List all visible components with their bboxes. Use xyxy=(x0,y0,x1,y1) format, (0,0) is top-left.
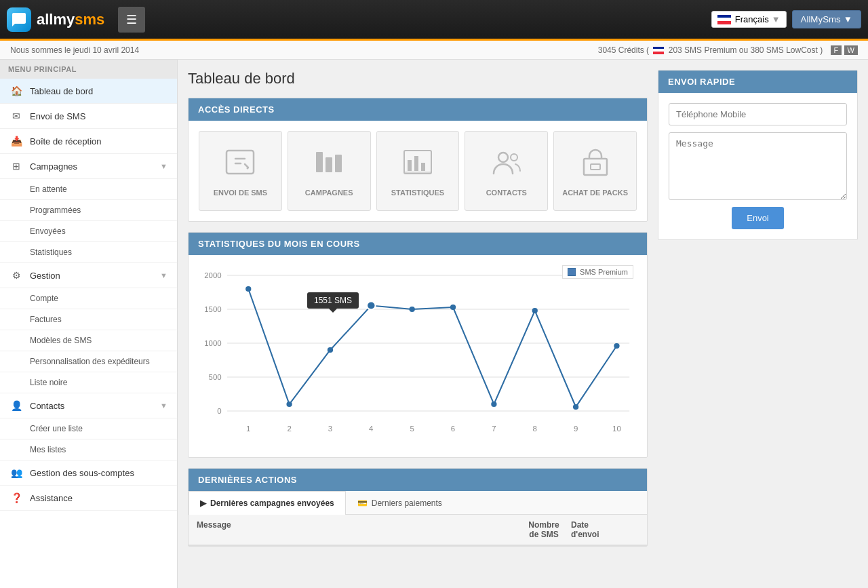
tab-paiements-icon: 💳 xyxy=(357,498,368,508)
acces-directs-panel: ACCÈS DIRECTS xyxy=(188,98,648,222)
svg-text:4: 4 xyxy=(369,425,373,433)
svg-point-10 xyxy=(498,153,508,162)
phone-input[interactable] xyxy=(669,103,847,125)
sidebar-item-sous-comptes[interactable]: 👥 Gestion des sous-comptes xyxy=(0,460,177,486)
quick-access-grid: ENVOI DE SMS CAMPAGNES xyxy=(199,131,637,211)
sidebar-item-tableau-de-bord[interactable]: 🏠 Tableau de bord xyxy=(0,79,177,104)
sidebar-item-liste-noire[interactable]: Liste noire xyxy=(0,372,177,393)
france-flag xyxy=(717,15,731,24)
logo: allmysms xyxy=(7,7,104,32)
svg-text:3: 3 xyxy=(328,425,332,433)
tab-derniers-paiements[interactable]: 💳 Derniers paiements xyxy=(346,491,454,515)
chart-dot-8 xyxy=(532,308,538,313)
lang-chevron-icon: ▼ xyxy=(772,14,781,24)
sidebar-section-header: MENU PRINCIPAL xyxy=(0,60,177,79)
message-input[interactable] xyxy=(669,132,847,200)
acces-directs-body: ENVOI DE SMS CAMPAGNES xyxy=(189,121,647,221)
send-button[interactable]: Envoi xyxy=(732,207,784,229)
envoi-rapide-header: ENVOI RAPIDE xyxy=(658,71,857,93)
sidebar-item-assistance[interactable]: ❓ Assistance xyxy=(0,486,177,511)
sidebar-item-modeles[interactable]: Modèles de SMS xyxy=(0,330,177,351)
svg-text:10: 10 xyxy=(612,425,621,433)
qa-campagnes-label: CAMPAGNES xyxy=(295,189,363,197)
sidebar-item-gestion[interactable]: ⚙ Gestion ▼ xyxy=(0,263,177,288)
chart-dot-3 xyxy=(328,347,333,353)
credits-text: 3045 Crédits ( xyxy=(598,45,652,55)
logo-sms: sms xyxy=(75,11,104,28)
envoi-rapide-panel: ENVOI RAPIDE Envoi xyxy=(658,70,858,240)
sidebar-label-contacts: Contacts xyxy=(30,401,160,411)
svg-text:500: 500 xyxy=(209,373,222,381)
col-message: Message xyxy=(197,520,517,539)
qa-statistiques[interactable]: STATISTIQUES xyxy=(376,131,460,211)
users-icon: 👥 xyxy=(9,467,23,478)
campagnes-arrow-icon: ▼ xyxy=(160,162,167,170)
svg-text:1500: 1500 xyxy=(204,305,221,313)
svg-point-1 xyxy=(247,168,249,170)
sidebar-item-mes-listes[interactable]: Mes listes xyxy=(0,439,177,460)
chart-dot-10 xyxy=(614,343,619,349)
sidebar-label-assistance: Assistance xyxy=(30,493,167,503)
right-panel: ENVOI RAPIDE Envoi xyxy=(658,70,858,578)
sidebar-item-en-attente[interactable]: En attente xyxy=(0,179,177,200)
account-button[interactable]: AllMySms ▼ xyxy=(792,10,861,28)
svg-rect-8 xyxy=(414,156,418,171)
qa-achat-packs[interactable]: ACHAT DE PACKS xyxy=(553,131,637,211)
tab-campagnes-envoyees[interactable]: ▶ Dernières campagnes envoyées xyxy=(189,491,346,515)
svg-text:2000: 2000 xyxy=(204,271,221,279)
sidebar-item-envoi-sms[interactable]: ✉ Envoi de SMS xyxy=(0,104,177,129)
svg-rect-0 xyxy=(226,151,254,174)
table-header: Message Nombrede SMS Dated'envoi xyxy=(189,515,647,546)
qa-envoi-sms-label: ENVOI DE SMS xyxy=(206,189,275,197)
sidebar-item-personnalisation[interactable]: Personnalisation des expéditeurs xyxy=(0,351,177,372)
home-icon: 🏠 xyxy=(9,85,23,96)
svg-rect-4 xyxy=(335,155,342,172)
col-nombre-sms: Nombrede SMS xyxy=(517,520,571,539)
chart-legend: SMS Premium xyxy=(562,265,633,279)
envoi-sms-icon xyxy=(206,145,275,183)
main-layout: MENU PRINCIPAL 🏠 Tableau de bord ✉ Envoi… xyxy=(0,60,868,588)
actions-tabs: ▶ Dernières campagnes envoyées 💳 Dernier… xyxy=(189,491,647,515)
svg-rect-12 xyxy=(584,159,607,175)
svg-text:6: 6 xyxy=(451,425,455,433)
tab-campagnes-label: Dernières campagnes envoyées xyxy=(210,498,334,508)
qa-envoi-sms[interactable]: ENVOI DE SMS xyxy=(199,131,282,211)
language-label: Français xyxy=(735,14,769,24)
dernieres-actions-panel: DERNIÈRES ACTIONS ▶ Dernières campagnes … xyxy=(188,468,648,547)
sidebar-label-boite: Boîte de réception xyxy=(30,136,167,146)
chart-dot-2 xyxy=(286,401,292,407)
chart-dot-5 xyxy=(410,307,415,312)
sidebar-item-envoyees[interactable]: Envoyées xyxy=(0,221,177,242)
col-date-envoi: Dated'envoi xyxy=(571,520,639,539)
menu-button[interactable]: ☰ xyxy=(118,7,145,33)
sidebar-item-boite-reception[interactable]: 📥 Boîte de réception xyxy=(0,129,177,154)
sidebar-item-creer-liste[interactable]: Créer une liste xyxy=(0,418,177,439)
language-selector[interactable]: Français ▼ xyxy=(711,11,787,28)
qa-campagnes[interactable]: CAMPAGNES xyxy=(288,131,371,211)
qa-achat-packs-label: ACHAT DE PACKS xyxy=(561,189,629,197)
chart-dot-1 xyxy=(245,286,251,292)
sidebar-label-sous-comptes: Gestion des sous-comptes xyxy=(30,468,167,478)
sidebar-item-factures[interactable]: Factures xyxy=(0,309,177,330)
page-title: Tableau de bord xyxy=(188,70,648,87)
campagnes-quick-icon xyxy=(295,145,363,183)
svg-text:2: 2 xyxy=(287,425,291,433)
logo-bubble xyxy=(7,7,31,32)
w-button[interactable]: W xyxy=(844,45,858,55)
dernieres-actions-header: DERNIÈRES ACTIONS xyxy=(189,469,647,491)
qa-contacts[interactable]: CONTACTS xyxy=(465,131,548,211)
sidebar-item-compte[interactable]: Compte xyxy=(0,288,177,309)
gear-icon: ⚙ xyxy=(9,270,23,281)
logo-text: allmysms xyxy=(37,11,104,28)
sidebar-item-programmees[interactable]: Programmées xyxy=(0,200,177,221)
svg-text:9: 9 xyxy=(574,425,578,433)
sidebar-item-statistiques[interactable]: Statistiques xyxy=(0,242,177,263)
sidebar-item-campagnes[interactable]: ⊞ Campagnes ▼ xyxy=(0,154,177,179)
svg-rect-13 xyxy=(591,164,600,170)
sidebar-label-campagnes: Campagnes xyxy=(30,161,160,172)
sidebar-item-contacts[interactable]: 👤 Contacts ▼ xyxy=(0,393,177,418)
chart-dot-4-highlight xyxy=(367,302,375,310)
f-button[interactable]: F xyxy=(831,45,842,55)
account-label: AllMySms xyxy=(801,14,841,24)
statistiques-body: 1551 SMS SMS Premium 2000 1 xyxy=(189,255,647,457)
